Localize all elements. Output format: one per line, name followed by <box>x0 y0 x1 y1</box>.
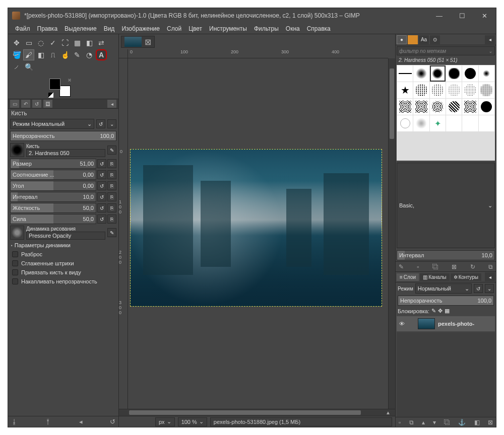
brush-open-icon[interactable]: ⧉ <box>488 263 493 270</box>
dynamics-params-expander[interactable]: Параметры динамики <box>8 241 118 250</box>
menu-view[interactable]: Вид <box>101 24 118 33</box>
move-tool-icon[interactable]: ✥ <box>11 37 22 48</box>
flip-tool-icon[interactable]: ⇄ <box>96 37 107 48</box>
ratio-link-icon[interactable]: ⎘ <box>107 170 116 179</box>
path-tool-icon[interactable]: ✎ <box>72 49 83 60</box>
menu-help[interactable]: Справка <box>304 24 334 33</box>
force-link-icon[interactable]: ⎘ <box>107 214 116 224</box>
brush-item[interactable]: ✦ <box>430 115 446 131</box>
ratio-reset-icon[interactable]: ↺ <box>97 170 106 179</box>
smooth-checkbox[interactable]: Сглаженные штрихи <box>8 259 118 268</box>
size-reset-icon[interactable]: ↺ <box>97 159 106 168</box>
text-tool-icon[interactable]: A <box>96 49 107 60</box>
canvas-viewport[interactable] <box>128 58 388 409</box>
history-tab-icon[interactable]: ⊙ <box>430 35 440 44</box>
brush-spacing-slider[interactable]: Интервал10,0 <box>397 250 495 260</box>
layer-up-icon[interactable]: ▴ <box>422 419 425 426</box>
layer-group-icon[interactable]: ⧉ <box>409 419 414 426</box>
brush-item[interactable] <box>413 82 429 98</box>
force-slider[interactable]: Сила50,0 <box>10 214 96 224</box>
image-tab-close-icon[interactable]: ⊠ <box>145 37 151 47</box>
unit-dropdown[interactable]: px⌄ <box>155 417 175 426</box>
dynamics-select[interactable]: Pressure Opacity <box>26 232 105 240</box>
layer-dock-menu-icon[interactable]: ◂ <box>485 272 495 281</box>
crop-tool-icon[interactable]: ⛶ <box>59 37 71 48</box>
brush-item[interactable] <box>413 99 429 115</box>
brush-item[interactable] <box>462 99 478 115</box>
vertical-ruler[interactable]: 0 100 200 300 <box>119 58 128 409</box>
menu-tools[interactable]: Инструменты <box>206 24 250 33</box>
hardness-reset-icon[interactable]: ↺ <box>97 203 106 212</box>
zoom-dropdown[interactable]: 100 %⌄ <box>178 417 207 426</box>
brush-new-icon[interactable]: ▫ <box>417 263 419 270</box>
lock-pixels-icon[interactable]: ✎ <box>431 308 436 314</box>
fg-color[interactable] <box>49 79 60 90</box>
layer-list[interactable] <box>397 332 495 417</box>
maximize-button[interactable]: ☐ <box>451 8 473 23</box>
menu-windows[interactable]: Окна <box>283 24 303 33</box>
brush-item[interactable] <box>446 99 462 115</box>
spacing-link-icon[interactable]: ⎘ <box>107 192 116 201</box>
channels-tab[interactable]: ▥ Каналы <box>420 273 450 281</box>
brush-refresh-icon[interactable]: ↻ <box>470 263 475 270</box>
layer-mode-reset-icon[interactable]: ↺ <box>474 284 483 293</box>
size-link-icon[interactable]: ⎘ <box>107 159 116 168</box>
fonts-tab-icon[interactable]: Aa <box>419 35 429 44</box>
free-select-tool-icon[interactable]: ◌ <box>35 37 46 48</box>
brush-item[interactable] <box>430 99 446 115</box>
zoom-tool-icon[interactable]: 🔍 <box>23 61 34 72</box>
layer-delete-icon[interactable]: ⊠ <box>488 419 493 426</box>
close-button[interactable]: ✕ <box>473 8 496 23</box>
angle-slider[interactable]: Угол0,00 <box>10 181 96 191</box>
bucket-tool-icon[interactable]: 🪣 <box>11 49 22 60</box>
lock-position-icon[interactable]: ✥ <box>438 308 443 314</box>
brush-item[interactable] <box>446 82 462 98</box>
brush-item[interactable] <box>413 115 429 131</box>
clone-tool-icon[interactable]: ⎍ <box>47 49 58 60</box>
reset-preset-icon[interactable]: ↺ <box>110 418 115 425</box>
layer-dup-icon[interactable]: ⿻ <box>444 419 450 426</box>
color-swatch[interactable]: ⤭ <box>48 78 72 98</box>
blend-mode-dropdown[interactable]: Режим Нормальный⌄ <box>10 119 94 129</box>
undo-tab-icon[interactable]: ↺ <box>32 100 41 108</box>
load-preset-icon[interactable]: ⭱ <box>45 418 51 425</box>
brush-item[interactable] <box>462 82 478 98</box>
brush-item[interactable] <box>397 99 413 115</box>
color-tool-icon[interactable]: ◔ <box>84 49 95 60</box>
device-tab-icon[interactable]: ↶ <box>21 100 30 108</box>
brush-item[interactable]: ★ <box>397 82 413 98</box>
image-tab[interactable]: ⊠ <box>121 36 155 48</box>
brush-item[interactable] <box>430 65 446 82</box>
menu-image[interactable]: Изображение <box>118 24 163 33</box>
angle-reset-icon[interactable]: ↺ <box>97 181 106 190</box>
measure-tool-icon[interactable]: ⟋ <box>11 61 22 72</box>
mode-reset-icon[interactable]: ↺ <box>96 119 105 128</box>
horizontal-scrollbar[interactable] <box>128 409 381 416</box>
spacing-reset-icon[interactable]: ↺ <box>97 192 106 201</box>
mode-menu-icon[interactable]: ⌄ <box>107 119 116 128</box>
lockview-checkbox[interactable]: Привязать кисть к виду <box>8 268 118 277</box>
layer-merge-icon[interactable]: ⚓ <box>458 419 466 426</box>
canvas-image[interactable] <box>130 149 382 307</box>
brush-item[interactable] <box>430 82 446 98</box>
menu-filters[interactable]: Фильтры <box>251 24 282 33</box>
brush-item[interactable] <box>479 115 494 131</box>
layer-row[interactable]: 👁 pexels-photo- <box>397 316 495 331</box>
menu-select[interactable]: Выделение <box>61 24 100 33</box>
layer-mask-icon[interactable]: ◧ <box>474 419 480 426</box>
swap-colors-icon[interactable]: ⤭ <box>68 78 72 83</box>
menu-layer[interactable]: Слой <box>164 24 184 33</box>
delete-preset-icon[interactable]: ◂ <box>79 418 83 425</box>
eraser-tool-icon[interactable]: ◧ <box>35 49 46 60</box>
layer-new-icon[interactable]: ▫ <box>399 419 401 426</box>
brush-edit-icon[interactable]: ✎ <box>399 263 404 270</box>
rect-select-tool-icon[interactable]: ▭ <box>23 37 34 48</box>
brushes-tab-icon[interactable]: ● <box>397 35 407 44</box>
horizontal-ruler[interactable]: 0 100 200 300 400 <box>128 49 388 58</box>
layers-tab[interactable]: ≡ Слои <box>397 273 419 281</box>
brush-item[interactable] <box>462 115 478 131</box>
layer-name[interactable]: pexels-photo- <box>438 321 474 327</box>
tool-options-tab-icon[interactable]: ▭ <box>10 100 19 108</box>
paintbrush-tool-icon[interactable]: 🖌 <box>23 49 34 60</box>
patterns-tab-icon[interactable] <box>408 35 418 44</box>
